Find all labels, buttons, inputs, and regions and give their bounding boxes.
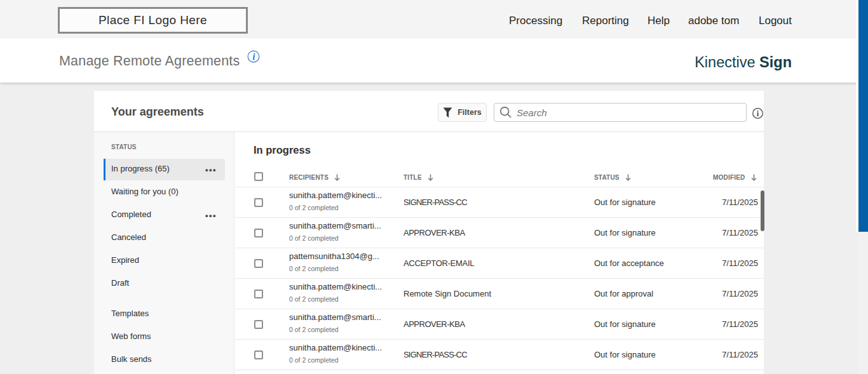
svg-text:i: i [253, 52, 255, 62]
svg-text:i: i [757, 109, 759, 118]
